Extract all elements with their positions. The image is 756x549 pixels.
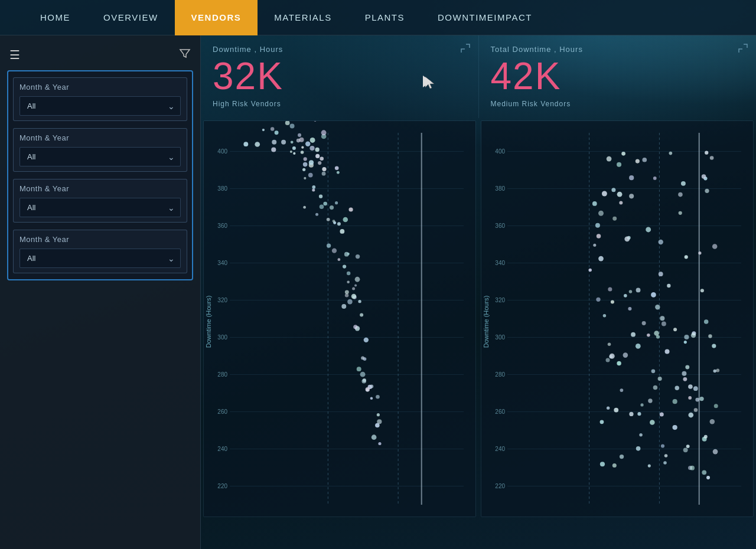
kpi-row: Downtime , Hours 32K High Risk Vendors T…: [201, 35, 756, 118]
filter-container: Month & YearAll⌄Month & YearAll⌄Month & …: [7, 70, 193, 280]
filter-select-wrapper-1: All⌄: [19, 147, 181, 166]
chart-left: [203, 120, 476, 517]
hamburger-icon[interactable]: ☰: [9, 48, 20, 62]
nav-item-home[interactable]: Home: [24, 0, 87, 35]
nav-item-vendors[interactable]: Vendors: [175, 0, 258, 35]
nav-item-materials[interactable]: Materials: [258, 0, 348, 35]
chart-right: [481, 120, 754, 517]
kpi-right-value: 42K: [491, 57, 745, 95]
filter-label-3: Month & Year: [19, 235, 181, 244]
kpi-card-right: Total Downtime , Hours 42K Medium Risk V…: [479, 35, 757, 118]
nav-item-overview[interactable]: Overview: [87, 0, 175, 35]
filter-select-1[interactable]: All: [19, 147, 181, 166]
kpi-right-expand[interactable]: [737, 43, 749, 54]
filter-panel-header: ☰: [0, 41, 200, 66]
kpi-right-sublabel: Medium Risk Vendors: [491, 100, 745, 108]
kpi-right-label: Total Downtime , Hours: [491, 45, 745, 54]
kpi-left-label: Downtime , Hours: [213, 45, 467, 54]
filter-panel: ☰ Month & YearAll⌄Month & YearAll⌄Month …: [0, 35, 201, 549]
filter-label-1: Month & Year: [19, 133, 181, 142]
filter-group-0: Month & YearAll⌄: [13, 77, 187, 121]
main-content: ☰ Month & YearAll⌄Month & YearAll⌄Month …: [0, 35, 756, 549]
nav-item-downtimeimpact[interactable]: DowntimeImpact: [421, 0, 549, 35]
kpi-left-sublabel: High Risk Vendors: [213, 100, 467, 108]
nav-item-plants[interactable]: Plants: [348, 0, 421, 35]
navbar: HomeOverviewVendorsMaterialsPlantsDownti…: [0, 0, 756, 35]
charts-area: Downtime , Hours 32K High Risk Vendors T…: [201, 35, 756, 549]
kpi-card-left: Downtime , Hours 32K High Risk Vendors: [201, 35, 479, 118]
kpi-left-expand[interactable]: [460, 43, 471, 54]
filter-group-1: Month & YearAll⌄: [13, 128, 187, 172]
filter-label-2: Month & Year: [19, 184, 181, 193]
filter-label-0: Month & Year: [19, 83, 181, 92]
filter-group-2: Month & YearAll⌄: [13, 179, 187, 223]
kpi-left-value: 32K: [213, 57, 467, 95]
filter-icon[interactable]: [179, 47, 191, 62]
filter-select-wrapper-3: All⌄: [19, 249, 181, 268]
filter-select-3[interactable]: All: [19, 249, 181, 268]
filter-select-2[interactable]: All: [19, 198, 181, 217]
filter-select-0[interactable]: All: [19, 96, 181, 116]
filter-select-wrapper-0: All⌄: [19, 96, 181, 116]
charts-row: [201, 118, 756, 519]
filter-group-3: Month & YearAll⌄: [13, 230, 187, 273]
filter-select-wrapper-2: All⌄: [19, 198, 181, 217]
